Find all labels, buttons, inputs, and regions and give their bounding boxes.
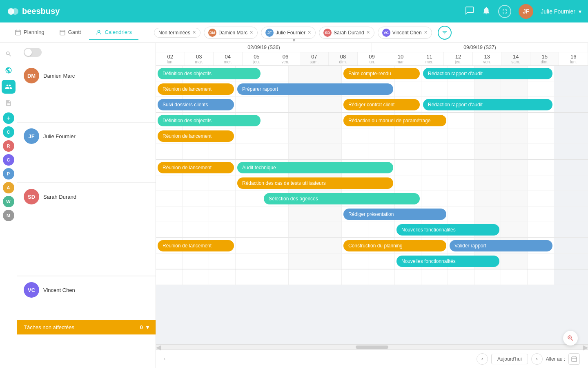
- filter-sarah-durand[interactable]: SD Sarah Durand ✕: [319, 27, 374, 39]
- avatar[interactable]: JF: [519, 4, 533, 19]
- filter-label: Vincent Chen: [392, 30, 422, 36]
- scroll-left-icon[interactable]: ◀: [156, 343, 161, 351]
- doc-icon[interactable]: [2, 96, 16, 110]
- tab-gantt[interactable]: Gantt: [53, 26, 88, 40]
- search-icon[interactable]: [2, 47, 16, 61]
- gantt-cell: [474, 269, 501, 285]
- p-badge-icon[interactable]: P: [3, 168, 14, 180]
- app-logo[interactable]: beesbusy: [7, 5, 60, 18]
- gantt-cell: [315, 269, 342, 285]
- gantt-grid: [156, 66, 588, 285]
- gantt-cell: [342, 254, 368, 269]
- unassigned-bar[interactable]: Tâches non affectées 0 ▾: [17, 320, 156, 334]
- person-avatar-damien: DM: [24, 68, 39, 83]
- filter-non-terminees[interactable]: Non terminées ✕: [154, 28, 200, 38]
- gantt-cell: [395, 175, 421, 191]
- m-badge-icon[interactable]: M: [3, 210, 14, 221]
- gantt-cell: [236, 128, 262, 144]
- gantt-cell: [183, 97, 209, 112]
- person-name-julie: Julie Fournier: [43, 133, 76, 139]
- scroll-right-icon[interactable]: ▶: [583, 343, 588, 351]
- r-badge-icon[interactable]: R: [3, 140, 14, 152]
- scroll-bar[interactable]: ◀ ▶: [156, 344, 588, 349]
- tab-gantt-label: Gantt: [68, 29, 81, 35]
- resource-person-vincent[interactable]: VC Vincent Chen: [17, 276, 156, 303]
- tab-calendriers[interactable]: Calendriers: [89, 26, 138, 40]
- fullscreen-icon[interactable]: [498, 5, 511, 18]
- filter-avatar: JF: [265, 29, 274, 37]
- week-header: 02/09/19 (S36) 09/09/19 (S37): [156, 43, 588, 52]
- gantt-cell: [236, 238, 262, 253]
- gantt-cell: [289, 81, 315, 96]
- user-menu[interactable]: Julie Fournier ▾: [541, 8, 581, 15]
- gantt-cell: [156, 269, 183, 285]
- gantt-cell: [289, 113, 315, 128]
- chat-icon[interactable]: [465, 6, 474, 17]
- filter-close[interactable]: ✕: [366, 30, 370, 35]
- gantt-cell: [342, 97, 368, 112]
- gantt-cell: [528, 81, 554, 96]
- gantt-row: [156, 144, 588, 159]
- filter-close[interactable]: ✕: [249, 30, 253, 35]
- globe-icon[interactable]: [2, 63, 16, 77]
- gantt-cell: [183, 144, 209, 159]
- day-col-10: 10mar.: [386, 52, 415, 65]
- nav-prev-button[interactable]: ‹: [477, 353, 488, 365]
- nav-next-button[interactable]: ›: [531, 353, 543, 365]
- c-badge-icon[interactable]: C: [3, 126, 14, 138]
- gantt-cell: [342, 269, 368, 285]
- gantt-cell: [448, 97, 474, 112]
- gantt-row: [156, 254, 588, 269]
- users-icon[interactable]: [2, 80, 16, 94]
- gantt-cell: [421, 81, 448, 96]
- scroll-thumb[interactable]: [356, 346, 388, 349]
- gantt-row: [156, 81, 588, 97]
- resource-person-damien[interactable]: DM Damien Marc: [17, 62, 156, 89]
- gantt-cell: [421, 254, 448, 269]
- filter-close[interactable]: ✕: [307, 30, 311, 35]
- w-badge-icon[interactable]: W: [3, 196, 14, 207]
- filter-close[interactable]: ✕: [192, 30, 196, 35]
- gantt-cell: [395, 113, 421, 128]
- zoom-icon[interactable]: [563, 331, 578, 346]
- gantt-cell: [289, 160, 315, 175]
- gantt-cell: [474, 206, 501, 222]
- dropdown-arrow[interactable]: ▼: [292, 38, 296, 43]
- a-badge-icon[interactable]: A: [3, 182, 14, 193]
- day-col-12: 12jeu.: [444, 52, 473, 65]
- topnav-icons: JF Julie Fournier ▾: [465, 4, 581, 19]
- gantt-cell: [368, 238, 395, 253]
- add-icon[interactable]: [3, 112, 14, 124]
- bell-icon[interactable]: [482, 6, 491, 16]
- resource-person-julie[interactable]: JF Julie Fournier: [17, 122, 156, 150]
- toggle-switch[interactable]: [24, 48, 42, 57]
- gantt-cell: [448, 128, 474, 144]
- today-button[interactable]: Aujourd'hui: [491, 354, 528, 364]
- gantt-cell: [342, 175, 368, 191]
- week-label-s37: 09/09/19 (S37): [372, 43, 588, 52]
- gantt-cell: [315, 81, 342, 96]
- gantt-cell: [474, 128, 501, 144]
- gantt-body[interactable]: Définition des objectifsFaire compte-ren…: [156, 66, 588, 344]
- tab-planning[interactable]: Planning: [8, 26, 51, 40]
- gantt-cell: [395, 160, 421, 175]
- filter-julie-fournier[interactable]: JF Julie Fournier ✕: [261, 27, 316, 39]
- filter-close[interactable]: ✕: [424, 30, 428, 35]
- gantt-cell: [236, 81, 262, 96]
- resource-section-damien: DM Damien Marc: [17, 62, 156, 122]
- gantt-cell: [315, 175, 342, 191]
- day-col-15: 15dim.: [530, 52, 559, 65]
- gantt-cell: [209, 175, 236, 191]
- c2-badge-icon[interactable]: C: [3, 154, 14, 166]
- gantt-cell: [528, 222, 554, 237]
- filter-button[interactable]: [438, 26, 452, 40]
- goto-calendar-icon[interactable]: [568, 353, 580, 365]
- expand-chevron[interactable]: ›: [156, 349, 173, 368]
- gantt-cell: [448, 269, 474, 285]
- topnav: beesbusy JF Julie Fournier ▾: [0, 0, 588, 22]
- filter-vincent-chen[interactable]: VC Vincent Chen ✕: [378, 27, 432, 39]
- gantt-cell: [528, 191, 554, 206]
- gantt-cell: [368, 269, 395, 285]
- filter-damien-marc[interactable]: DM Damien Marc ✕: [204, 27, 258, 39]
- resource-person-sarah[interactable]: SD Sarah Durand: [17, 183, 156, 210]
